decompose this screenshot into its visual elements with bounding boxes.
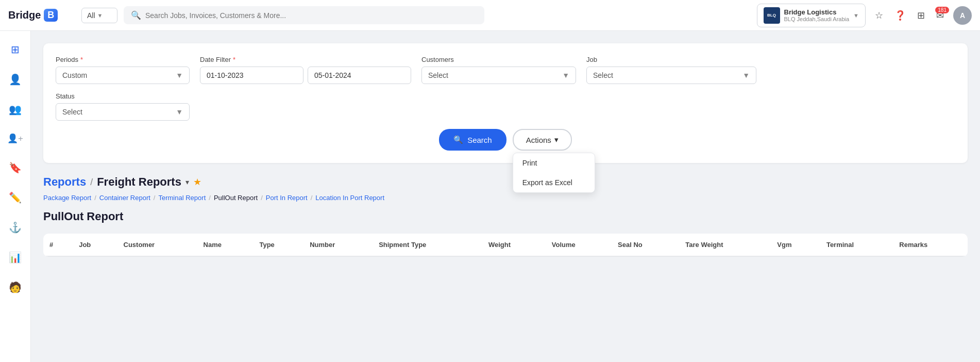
star-icon[interactable]: ★ [193,176,201,188]
sidebar: ⊞ 👤 👥 👤+ 🔖 ✏️ ⚓ 📊 🧑 [0,31,31,362]
col-customer: Customer [117,234,197,256]
periods-group: Periods * Custom ▼ [56,56,190,84]
date-range [200,67,411,84]
actions-button[interactable]: Actions ▾ [513,129,572,151]
all-label: All [87,11,95,20]
status-select[interactable]: Select ▼ [56,103,190,121]
job-select[interactable]: Select ▼ [586,67,756,84]
topbar: Bridge B All ▼ 🔍 BLQ Bridge Logistics BL… [0,0,980,31]
bookmark-icon[interactable]: 🔖 [5,157,26,178]
reports-breadcrumb[interactable]: Reports [43,175,86,189]
breadcrumb-current: Freight Reports [97,175,181,189]
company-info: Bridge Logistics BLQ Jeddah,Saudi Arabia [784,8,850,22]
status-placeholder: Select [62,108,82,116]
export-excel-option[interactable]: Export as Excel [513,173,595,192]
chevron-down-icon: ▼ [562,71,569,79]
job-label: Job [586,56,756,63]
company-sub: BLQ Jeddah,Saudi Arabia [784,16,850,22]
search-icon: 🔍 [453,135,463,144]
edit-icon[interactable]: ✏️ [5,187,26,208]
job-group: Job Select ▼ [586,56,756,84]
main-content: Periods * Custom ▼ Date Filter * [31,31,980,362]
col-seal-no: Seal No [612,234,679,256]
col-hash: # [43,234,73,256]
company-logo-text: BLQ [767,13,776,18]
date-from-input[interactable] [200,67,303,84]
company-selector[interactable]: BLQ Bridge Logistics BLQ Jeddah,Saudi Ar… [757,4,866,27]
person-icon[interactable]: 👤 [5,69,26,90]
col-tare-weight: Tare Weight [679,234,771,256]
col-number: Number [303,234,373,256]
logo-text: Bridge [8,9,41,21]
col-name: Name [197,234,254,256]
print-option[interactable]: Print [513,153,595,173]
pullout-report-table: # Job Customer Name Type Number Shipment… [43,234,968,257]
help-icon[interactable]: ❓ [892,8,908,23]
actions-dropdown-menu: Print Export as Excel [513,153,595,193]
global-search-input[interactable] [145,11,477,20]
user-check-icon[interactable]: 🧑 [5,277,26,298]
customers-label: Customers [421,56,576,63]
periods-value: Custom [62,71,87,79]
breadcrumb-sep-2: / [154,194,156,202]
date-to-input[interactable] [308,67,411,84]
add-person-icon[interactable]: 👤+ [3,129,27,148]
status-group: Status Select ▼ [56,92,190,121]
customers-placeholder: Select [428,71,448,79]
sub-link-port-in-report[interactable]: Port In Report [266,194,308,202]
sub-link-package-report[interactable]: Package Report [43,194,91,202]
col-volume: Volume [546,234,612,256]
status-label: Status [56,92,190,100]
customers-select[interactable]: Select ▼ [421,67,576,84]
reports-header: Reports / Freight Reports ▾ ★ [43,175,968,189]
notification-count: 181 [935,7,949,13]
table-header: # Job Customer Name Type Number Shipment… [43,234,968,256]
sub-link-container-report[interactable]: Container Report [99,194,150,202]
required-star-date: * [233,56,235,63]
breadcrumb-sep-3: / [209,194,211,202]
company-logo: BLQ [764,7,780,24]
col-weight: Weight [482,234,546,256]
date-filter-group: Date Filter * [200,56,411,84]
filter-row-1: Periods * Custom ▼ Date Filter * [56,56,955,84]
col-vgm: Vgm [771,234,820,256]
col-remarks: Remarks [893,234,968,256]
topbar-right: BLQ Bridge Logistics BLQ Jeddah,Saudi Ar… [757,4,972,27]
table-container: # Job Customer Name Type Number Shipment… [43,234,968,257]
avatar[interactable]: A [953,6,972,25]
col-type: Type [253,234,303,256]
apps-icon[interactable]: ⊞ [915,8,927,23]
logo-badge: B [44,9,58,22]
grid-icon[interactable]: ⊞ [7,39,24,60]
chevron-down-icon: ▾ [554,135,559,144]
all-filter-select[interactable]: All ▼ [81,8,117,23]
chevron-down-icon: ▼ [97,12,103,19]
star-icon[interactable]: ☆ [873,8,885,23]
breadcrumb-sep-5: / [311,194,313,202]
group-icon[interactable]: 👥 [5,99,26,120]
col-terminal: Terminal [820,234,893,256]
anchor-icon[interactable]: ⚓ [5,217,26,238]
search-icon: 🔍 [131,10,141,20]
job-placeholder: Select [593,71,613,79]
chart-icon[interactable]: 📊 [5,247,26,268]
global-search-bar: 🔍 [124,6,484,24]
chevron-down-icon: ▼ [853,12,859,19]
required-star: * [80,56,83,63]
sub-link-terminal-report[interactable]: Terminal Report [158,194,206,202]
table-header-row: # Job Customer Name Type Number Shipment… [43,234,968,256]
breadcrumb-separator: / [90,177,93,188]
chevron-down-icon: ▼ [176,108,183,116]
page-title: PullOut Report [43,210,968,223]
notifications-button[interactable]: ✉ 181 [934,10,946,21]
periods-select[interactable]: Custom ▼ [56,67,190,84]
chevron-down-icon[interactable]: ▾ [185,178,189,186]
sub-link-pullout-report[interactable]: PullOut Report [214,194,258,202]
col-job: Job [73,234,117,256]
company-name: Bridge Logistics [784,8,850,16]
search-button[interactable]: 🔍 Search [439,129,506,151]
col-shipment-type: Shipment Type [373,234,482,256]
actions-dropdown-container: Actions ▾ Print Export as Excel [513,129,572,151]
breadcrumb-sep-1: / [94,194,96,202]
sub-link-location-in-port-report[interactable]: Location In Port Report [315,194,384,202]
